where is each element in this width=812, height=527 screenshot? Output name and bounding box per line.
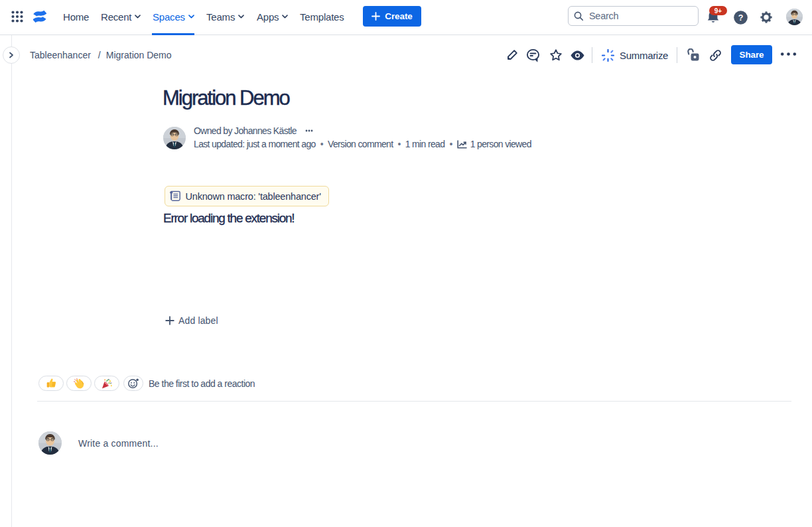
svg-text:?: ? [738,13,744,23]
